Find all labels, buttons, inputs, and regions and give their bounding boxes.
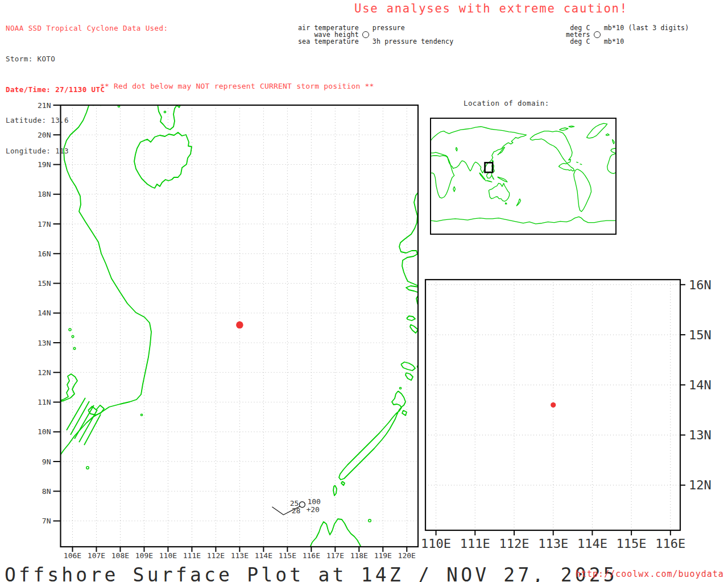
storm-longitude: Longitude: 113 [6, 146, 168, 156]
svg-text:115E: 115E [279, 551, 296, 560]
legend-pressure: pressure [373, 24, 453, 31]
sample-station-plot: 2510028+20 [272, 497, 320, 515]
svg-text:119E: 119E [374, 551, 392, 560]
world-coastlines [431, 123, 616, 224]
red-dot-warning: ** Red dot below may NOT represent CURRE… [100, 82, 374, 90]
svg-text:7N: 7N [42, 517, 51, 525]
station-sea-temp: 28 [292, 506, 301, 515]
svg-text:16N: 16N [38, 250, 51, 258]
svg-text:117E: 117E [326, 551, 344, 560]
caution-banner: Use analyses with extreme caution! [354, 2, 628, 15]
legend-sea-temperature: sea temperature [298, 38, 359, 45]
svg-text:13N: 13N [38, 339, 51, 347]
station-model-legend: air temperature pressure wave height sea… [298, 24, 453, 45]
svg-text:106E: 106E [64, 551, 81, 560]
storm-position-dot [236, 321, 243, 329]
svg-text:109E: 109E [135, 551, 153, 560]
svg-text:111E: 111E [183, 551, 201, 560]
footer-url[interactable]: http://coolwx.com/buoydata [576, 569, 724, 579]
svg-text:116E: 116E [303, 551, 320, 560]
svg-text:115E: 115E [617, 537, 647, 551]
svg-text:16N: 16N [689, 278, 712, 292]
buoy-plot-page: { "header": { "source": "NOAA SSD Tropic… [0, 0, 728, 582]
svg-text:15N: 15N [38, 279, 51, 288]
station-pressure: 100 [307, 497, 320, 506]
svg-text:10N: 10N [38, 427, 51, 436]
svg-text:12N: 12N [38, 368, 51, 377]
units-deg-c-bottom: deg C [566, 38, 590, 45]
legend-pressure-tendency: 3h pressure tendency [373, 38, 453, 45]
storm-data-source: NOAA SSD Tropical Cyclone Data Used: [6, 23, 168, 34]
svg-text:11N: 11N [38, 398, 51, 406]
svg-text:110E: 110E [421, 537, 451, 551]
svg-text:118E: 118E [350, 551, 368, 560]
footer-title: Offshore Surface Plot at 14Z / NOV 27, 2… [5, 564, 618, 582]
svg-text:18N: 18N [38, 190, 51, 198]
svg-text:9N: 9N [42, 458, 51, 466]
units-mb10-last3: mb*10 (last 3 digits) [604, 24, 689, 31]
svg-text:112E: 112E [499, 537, 529, 551]
inset-title: Location of domain: [464, 99, 549, 107]
storm-position-dot [551, 402, 556, 408]
main-map: 106E107E108E109E110E111E112E113E114E115E… [38, 101, 419, 560]
units-mb10: mb*10 [604, 38, 689, 45]
svg-text:120E: 120E [398, 551, 416, 560]
units-legend: deg C mb*10 (last 3 digits) meters deg C… [566, 24, 689, 45]
main-map-axis-labels: 106E107E108E109E110E111E112E113E114E115E… [38, 101, 416, 560]
svg-text:114E: 114E [577, 537, 607, 551]
svg-text:113E: 113E [231, 551, 249, 560]
svg-text:107E: 107E [88, 551, 105, 560]
svg-text:12N: 12N [689, 478, 712, 492]
svg-text:111E: 111E [460, 537, 490, 551]
svg-text:17N: 17N [38, 220, 51, 228]
storm-name: Storm: KOTO [6, 54, 168, 64]
svg-text:108E: 108E [111, 551, 129, 560]
domain-location-box [485, 163, 493, 172]
svg-text:13N: 13N [689, 428, 712, 442]
svg-text:112E: 112E [207, 551, 225, 560]
station-tendency: +20 [306, 505, 319, 514]
svg-text:113E: 113E [538, 537, 568, 551]
svg-text:8N: 8N [42, 487, 51, 496]
zoom-map-axis-labels: 110E111E112E113E114E115E116E12N13N14N15N… [421, 278, 712, 551]
svg-text:116E: 116E [655, 537, 685, 551]
units-circle-icon [594, 31, 601, 38]
world-inset-map [431, 118, 616, 234]
svg-text:110E: 110E [159, 551, 177, 560]
station-circle-icon [362, 31, 369, 38]
zoom-map: 110E111E112E113E114E115E116E12N13N14N15N… [421, 278, 712, 551]
svg-text:14N: 14N [689, 378, 712, 392]
svg-text:114E: 114E [255, 551, 272, 560]
storm-latitude: Latitude: 13.6 [6, 115, 168, 126]
svg-text:14N: 14N [38, 309, 51, 317]
svg-text:15N: 15N [689, 328, 712, 342]
